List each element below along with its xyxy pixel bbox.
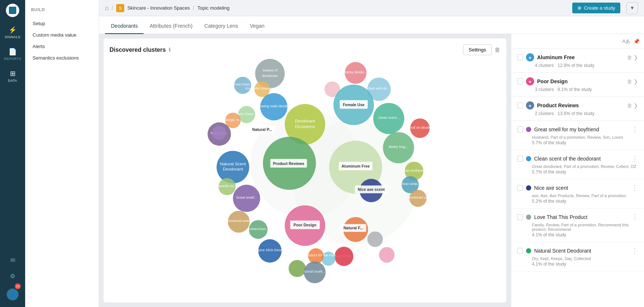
nav-item-signals[interactable]: ⚡ SIGNALS: [0, 23, 25, 42]
item-checkbox-love-that-product[interactable]: [517, 214, 523, 220]
info-icon[interactable]: ℹ: [169, 47, 171, 53]
translate-icon[interactable]: Aあ: [622, 38, 630, 45]
group-meta-poor-design: 3 clusters 8.1% of the study: [517, 87, 638, 92]
svg-text:Product Reviews: Product Reviews: [273, 161, 304, 166]
cluster-item-nice-axe-scent: Nice axe scent ⋮ axe, Axe, Axe Products,…: [511, 179, 644, 209]
svg-point-69: [304, 262, 326, 283]
create-study-button[interactable]: ⊕ Create a study: [572, 3, 620, 13]
svg-point-68: [289, 260, 306, 277]
item-pct-natural-scent-deodorant: 4.1% of the study: [517, 262, 638, 267]
item-dot-love-that-product: [526, 215, 531, 220]
group-delete-aluminum-free[interactable]: 🗑: [627, 54, 632, 60]
group-checkbox-poor-design[interactable]: [517, 78, 523, 84]
sidebar: BUILD Setup Custom media value Alerts Se…: [25, 0, 99, 307]
item-dot-natural-scent-deodorant: [526, 248, 531, 253]
cluster-group-product-reviews: ◈ Product Reviews 🗑 ❯ 2 clusters 13.6% o…: [511, 97, 644, 121]
item-more-clean-scent-deodorant[interactable]: ⋮: [631, 155, 638, 163]
group-expand-aluminum-free[interactable]: ❯: [634, 54, 638, 60]
svg-point-7: [234, 77, 251, 94]
sidebar-item-semantics[interactable]: Semantics exclusions: [31, 52, 93, 64]
svg-text:Female Use: Female Use: [343, 102, 365, 107]
settings-icon: ⚙: [10, 273, 15, 280]
item-name-great-smell-boyfriend: Great smell for my boyfriend: [534, 126, 628, 132]
nav-settings[interactable]: ⚙: [7, 270, 18, 283]
sidebar-item-setup[interactable]: Setup: [31, 18, 93, 29]
svg-point-13: [260, 93, 287, 121]
filter-button[interactable]: ▼: [626, 2, 638, 14]
settings-button[interactable]: Settings: [463, 44, 492, 55]
sidebar-item-custom-media[interactable]: Custom media value: [31, 29, 93, 41]
svg-point-27: [216, 151, 249, 183]
item-checkbox-natural-scent-deodorant[interactable]: [517, 248, 523, 254]
item-pct-love-that-product: 4.1% of the study: [517, 232, 638, 237]
svg-point-66: [308, 248, 324, 264]
right-panel: Aあ 📌 ◈ Aluminum Free 🗑 ❯ 4 clusters 12.9…: [511, 34, 644, 307]
reports-icon: 📄: [9, 48, 17, 56]
sidebar-title: BUILD: [31, 7, 93, 12]
svg-text:Aluminum Free: Aluminum Free: [341, 164, 370, 168]
svg-point-21: [373, 103, 404, 134]
svg-point-52: [249, 220, 268, 239]
nav-send[interactable]: ✉: [7, 254, 18, 267]
svg-text:Poor Design: Poor Design: [294, 223, 317, 227]
svg-text:Natural P...: Natural P...: [252, 127, 272, 132]
cluster-panel: Discovered clusters ℹ Settings 🗑 Swipes …: [104, 38, 506, 303]
group-meta-product-reviews: 2 clusters 13.6% of the study: [517, 111, 638, 116]
cluster-groups-list: ◈ Aluminum Free 🗑 ❯ 4 clusters 12.9% of …: [511, 49, 644, 121]
group-checkbox-product-reviews[interactable]: [517, 102, 523, 108]
nav-user[interactable]: 👤 24: [7, 286, 18, 303]
sidebar-item-alerts[interactable]: Alerts: [31, 41, 93, 52]
item-tags-clean-scent-deodorant: Great deodorant, Part of a promotion, Re…: [517, 164, 638, 169]
tabs-bar: Deodorants Attributes (French) Category …: [99, 16, 644, 34]
nav-bottom: ✉ ⚙ 👤 24: [7, 254, 18, 303]
group-delete-product-reviews[interactable]: 🗑: [627, 102, 632, 108]
tab-attributes-french[interactable]: Attributes (French): [144, 18, 198, 34]
item-tags-natural-scent-deodorant: Dry, Kept, Keeps, Day, Collected: [517, 256, 638, 261]
item-more-natural-scent-deodorant[interactable]: ⋮: [631, 247, 638, 255]
study-icon: S: [116, 4, 124, 12]
app-logo[interactable]: [6, 4, 19, 17]
group-icon-poor-design: ◈: [526, 77, 534, 85]
group-expand-poor-design[interactable]: ❯: [634, 78, 638, 84]
nav-item-data[interactable]: ⊞ DATA: [0, 67, 25, 85]
left-navigation: ⚡ SIGNALS 📄 REPORTS ⊞ DATA ✉ ⚙ 👤 24: [0, 0, 25, 307]
item-tags-nice-axe-scent: axe, Axe, Axe Products, Review, Part of …: [517, 193, 638, 198]
study-name: Skincare - Innovation Spaces: [127, 5, 190, 11]
avatar: 👤: [7, 289, 18, 300]
item-pct-clean-scent-deodorant: 5.7% of the study: [517, 169, 638, 175]
group-delete-poor-design[interactable]: 🗑: [627, 78, 632, 84]
item-more-nice-axe-scent[interactable]: ⋮: [631, 184, 638, 192]
item-name-nice-axe-scent: Nice axe scent: [534, 185, 628, 191]
group-expand-product-reviews[interactable]: ❯: [634, 102, 638, 108]
nav-item-reports[interactable]: 📄 REPORTS: [0, 45, 25, 64]
tab-vegan[interactable]: Vegan: [244, 18, 270, 34]
item-checkbox-clean-scent-deodorant[interactable]: [517, 156, 523, 162]
topic-modeling-label: Topic modeling: [198, 5, 230, 11]
cluster-item-great-smell-boyfriend: Great smell for my boyfriend ⋮ Husband, …: [511, 121, 644, 150]
cluster-actions: Settings 🗑: [463, 44, 500, 55]
svg-point-65: [379, 247, 395, 263]
breadcrumb-separator-2: /: [193, 5, 194, 11]
delete-icon[interactable]: 🗑: [495, 47, 500, 53]
group-name-poor-design: Poor Design: [537, 78, 624, 84]
item-more-love-that-product[interactable]: ⋮: [631, 213, 638, 221]
svg-point-41: [219, 178, 236, 195]
home-icon[interactable]: ⌂: [105, 5, 109, 11]
pin-icon[interactable]: 📌: [633, 38, 640, 44]
item-checkbox-great-smell-boyfriend[interactable]: [517, 126, 523, 132]
content-area: Discovered clusters ℹ Settings 🗑 Swipes …: [99, 34, 644, 307]
svg-point-59: [258, 239, 281, 263]
cluster-items-list: Great smell for my boyfriend ⋮ Husband, …: [511, 121, 644, 271]
group-checkbox-aluminum-free[interactable]: [517, 54, 523, 60]
tab-category-lens[interactable]: Category Lens: [198, 18, 244, 34]
item-more-great-smell-boyfriend[interactable]: ⋮: [631, 125, 638, 134]
bubble-chart: Swipes ofdeodorantSpray deodo...Dove inv…: [109, 58, 500, 292]
filter-icon: ▼: [630, 5, 634, 11]
svg-text:Nice axe scent: Nice axe scent: [358, 187, 385, 192]
tab-deodorants[interactable]: Deodorants: [105, 18, 144, 34]
item-tags-love-that-product: Family, Review, Part of a promotion, Rec…: [517, 223, 638, 232]
svg-point-63: [335, 247, 354, 266]
svg-point-47: [409, 190, 426, 207]
item-checkbox-nice-axe-scent[interactable]: [517, 185, 523, 191]
item-name-love-that-product: Love That This Product: [534, 214, 628, 220]
